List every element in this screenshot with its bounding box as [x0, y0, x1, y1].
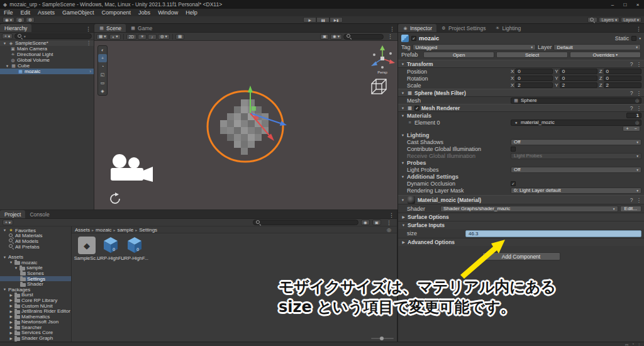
tab-hierarchy[interactable]: Hierarchy: [0, 24, 31, 32]
status-menu-icon[interactable]: ⋮: [637, 342, 641, 346]
materials-foldout-row[interactable]: ▼ Materials 1: [398, 112, 644, 119]
mesh-filter-header[interactable]: ▼ ▦ Sphere (Mesh Filter) ?⋮: [398, 89, 644, 97]
add-component-button[interactable]: Add Component: [482, 252, 560, 260]
mesh-renderer-enabled-checkbox[interactable]: ✓: [414, 106, 419, 111]
create-object-button[interactable]: +▾: [2, 33, 13, 39]
foldout-closed-icon[interactable]: ▶: [9, 298, 13, 302]
foldout-open-icon[interactable]: ▼: [401, 175, 405, 179]
foldout-closed-icon[interactable]: ▶: [9, 325, 13, 329]
shader-dropdown[interactable]: Shader Graphs/shader_mazic▾: [440, 206, 618, 212]
material-header[interactable]: ▼ Material_mozic (Material) ?⋮: [398, 195, 644, 204]
search-by-label-button[interactable]: ▣: [372, 220, 381, 225]
project-panel-menu-icon[interactable]: ⋮: [386, 212, 397, 218]
menu-gameobject[interactable]: GameObject: [58, 9, 98, 16]
foldout-open-icon[interactable]: ▼: [3, 255, 7, 259]
foldout-closed-icon[interactable]: ▶: [9, 320, 13, 324]
tab-console[interactable]: Console: [25, 210, 53, 218]
services-button[interactable]: ⚙: [26, 17, 35, 23]
foldout-closed-icon[interactable]: ▶: [9, 331, 13, 335]
asset-grid[interactable]: ◆ SampleSc... {} URP-HighF...: [72, 233, 397, 342]
hierarchy-menu-icon[interactable]: ⋮: [83, 26, 94, 32]
foldout-open-icon[interactable]: ▼: [14, 266, 18, 270]
tab-project[interactable]: Project: [0, 210, 25, 218]
remove-material-button[interactable]: −: [631, 126, 640, 131]
inspector-menu-icon[interactable]: ⋮: [633, 26, 644, 32]
tree-packages-root[interactable]: ▼Packages: [0, 287, 71, 293]
tree-folder-mozaic[interactable]: ▼mozaic: [0, 260, 71, 265]
component-menu-icon[interactable]: ⋮: [636, 90, 642, 96]
foldout-open-icon[interactable]: ▼: [3, 42, 7, 45]
advanced-options-header[interactable]: ▶ Advanced Options: [398, 238, 644, 246]
static-caret-icon[interactable]: ▾: [639, 36, 641, 40]
rotation-x-field[interactable]: 0: [515, 75, 553, 81]
transform-tool-button[interactable]: ◈: [98, 87, 107, 95]
zoom-track[interactable]: [371, 338, 394, 339]
foldout-open-icon[interactable]: ▼: [5, 64, 9, 68]
breadcrumb-lock-icon[interactable]: ◎: [384, 227, 394, 233]
tree-package-core-rp[interactable]: ▶Core RP Library: [0, 298, 71, 303]
rotation-y-field[interactable]: 0: [560, 75, 597, 81]
tree-assets-root[interactable]: ▼Assets: [0, 254, 71, 260]
mesh-renderer-header[interactable]: ▼ ▦ ✓ Mesh Renderer ?⋮: [398, 104, 644, 112]
hierarchy-item-mozaic[interactable]: ▦ mozaic ›: [0, 69, 94, 74]
status-activity-icon[interactable]: ◔: [631, 342, 634, 346]
mesh-object-field[interactable]: ▦ Sphere ◎: [511, 98, 641, 104]
foldout-open-icon[interactable]: ▼: [401, 133, 405, 137]
material-object-field[interactable]: ● material_mozic ◎: [511, 120, 641, 126]
scene-fx-dropdown[interactable]: ◍▾: [158, 34, 170, 40]
scale-z-field[interactable]: 2: [604, 82, 641, 88]
dynamic-occlusion-checkbox[interactable]: ✓: [511, 181, 516, 186]
prefab-open-button[interactable]: Open: [423, 52, 494, 58]
gizmos-dropdown[interactable]: ◉▾: [330, 34, 342, 40]
foldout-open-icon[interactable]: ▼: [9, 260, 13, 264]
hierarchy-search-input[interactable]: ▾: [14, 33, 92, 39]
menu-assets[interactable]: Assets: [34, 9, 58, 16]
scene-audio-toggle[interactable]: ♪: [148, 34, 157, 40]
layer-dropdown[interactable]: Default▾: [553, 44, 641, 50]
additional-settings-foldout-row[interactable]: ▼ Additional Settings: [398, 173, 644, 180]
tree-package-shader-graph[interactable]: ▶Shader Graph: [0, 335, 71, 341]
foldout-closed-icon[interactable]: ▶: [401, 215, 406, 219]
play-button[interactable]: ▶: [303, 17, 316, 23]
hierarchy-item-global-volume[interactable]: ◍ Global Volume: [0, 57, 94, 63]
prefab-open-arrow-icon[interactable]: ›: [87, 69, 94, 74]
tab-lighting[interactable]: ☀Lighting: [491, 24, 526, 32]
pause-button[interactable]: ▮▮: [316, 17, 330, 23]
tree-package-services-core[interactable]: ▶Services Core: [0, 330, 71, 336]
light-probes-dropdown[interactable]: Off▾: [511, 167, 641, 173]
gameobject-name[interactable]: mozaic: [419, 35, 439, 42]
tab-inspector[interactable]: ◉Inspector: [398, 24, 436, 32]
object-picker-icon[interactable]: ◎: [635, 120, 639, 125]
2d-toggle[interactable]: 2D: [126, 34, 136, 40]
hierarchy-item-directional-light[interactable]: ☀ Directional Light: [0, 52, 94, 57]
foldout-closed-icon[interactable]: ▶: [401, 240, 406, 244]
tab-project-settings[interactable]: ⚙Project Settings: [436, 24, 491, 32]
tree-folder-scenes[interactable]: Scenes: [0, 271, 71, 276]
position-z-field[interactable]: 0: [604, 69, 641, 74]
foldout-open-icon[interactable]: ▼: [401, 62, 405, 66]
breadcrumb-sample[interactable]: sample: [117, 227, 133, 233]
asset-urp-high-fidelity-1[interactable]: {} URP-HighF...: [99, 237, 122, 261]
camera-settings-button[interactable]: ▣: [320, 34, 329, 40]
hierarchy-item-cube[interactable]: ▼ ▦ Cube: [0, 63, 94, 69]
position-y-field[interactable]: 0: [560, 69, 597, 74]
foldout-open-icon[interactable]: ▼: [3, 287, 7, 291]
close-button[interactable]: ×: [631, 0, 644, 9]
tree-package-searcher[interactable]: ▶Searcher: [0, 325, 71, 330]
help-icon[interactable]: ?: [630, 105, 633, 111]
scene-panel-menu-icon[interactable]: ⋮: [387, 26, 397, 32]
menu-jobs[interactable]: Jobs: [135, 9, 154, 16]
rotation-z-field[interactable]: 0: [604, 75, 641, 81]
foldout-closed-icon[interactable]: ▶: [9, 337, 13, 340]
step-button[interactable]: ▶▮: [330, 17, 343, 23]
tree-all-materials[interactable]: All Materials: [0, 233, 71, 239]
menu-window[interactable]: Window: [154, 9, 182, 16]
layers-dropdown[interactable]: Layers▾: [599, 17, 619, 23]
help-icon[interactable]: ?: [630, 90, 633, 96]
tab-scene[interactable]: ▦Scene: [94, 24, 126, 32]
scene-toolbar-menu-icon[interactable]: ⋮: [385, 33, 396, 40]
component-menu-icon[interactable]: ⋮: [636, 105, 642, 111]
tree-package-newtonsoft[interactable]: ▶Newtonsoft Json: [0, 320, 71, 325]
breadcrumb-assets[interactable]: Assets: [75, 227, 90, 233]
foldout-open-icon[interactable]: ▼: [3, 228, 7, 232]
